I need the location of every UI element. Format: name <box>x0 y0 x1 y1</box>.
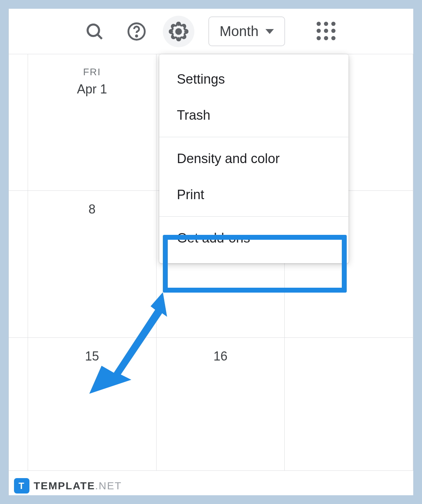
caret-down-icon <box>265 29 274 34</box>
view-selector-label: Month <box>220 23 258 39</box>
calendar-cell[interactable]: 15 <box>28 338 157 471</box>
calendar-cell[interactable]: FRI Apr 1 <box>28 54 157 191</box>
svg-point-0 <box>88 24 99 36</box>
help-button[interactable] <box>121 16 152 47</box>
menu-item-label: Density and color <box>177 151 280 166</box>
menu-divider <box>159 216 348 217</box>
svg-point-3 <box>136 35 137 36</box>
menu-item-label: Get add-ons <box>177 231 250 245</box>
svg-point-4 <box>176 29 181 34</box>
menu-item-settings[interactable]: Settings <box>159 61 348 97</box>
settings-button[interactable] <box>163 16 194 47</box>
svg-line-1 <box>97 34 102 39</box>
day-number: 8 <box>35 202 149 217</box>
view-selector[interactable]: Month <box>208 16 285 46</box>
calendar-cell[interactable] <box>285 338 413 471</box>
day-number: Apr 1 <box>35 82 149 97</box>
menu-divider <box>159 137 348 137</box>
calendar-cell[interactable] <box>9 338 28 471</box>
menu-item-label: Print <box>177 187 204 202</box>
watermark-brand: TEMPLATE <box>34 480 95 491</box>
watermark-suffix: .NET <box>95 480 122 491</box>
calendar-cell[interactable] <box>9 191 28 338</box>
toolbar: Month <box>9 9 413 54</box>
settings-dropdown: Settings Trash Density and color Print G… <box>159 54 348 263</box>
help-icon <box>127 22 146 41</box>
calendar-cell[interactable]: 8 <box>28 191 157 338</box>
day-header: FRI <box>35 66 149 78</box>
day-number: 15 <box>35 349 149 364</box>
calendar-cell[interactable]: 16 <box>157 338 285 471</box>
day-number: 16 <box>164 349 278 364</box>
watermark: T TEMPLATE.NET <box>14 478 122 493</box>
calendar-cell[interactable] <box>9 54 28 191</box>
menu-item-trash[interactable]: Trash <box>159 97 348 133</box>
menu-item-print[interactable]: Print <box>159 177 348 213</box>
gear-icon <box>169 22 188 41</box>
google-apps-button[interactable] <box>317 22 336 41</box>
menu-item-get-addons[interactable]: Get add-ons <box>159 220 348 256</box>
search-icon <box>85 22 104 41</box>
menu-item-density[interactable]: Density and color <box>159 141 348 177</box>
app-frame: Month FRI Apr 1 8 15 16 <box>9 9 413 495</box>
menu-item-label: Settings <box>177 72 225 86</box>
watermark-logo: T <box>14 478 29 493</box>
search-button[interactable] <box>79 16 110 47</box>
menu-item-label: Trash <box>177 108 210 122</box>
